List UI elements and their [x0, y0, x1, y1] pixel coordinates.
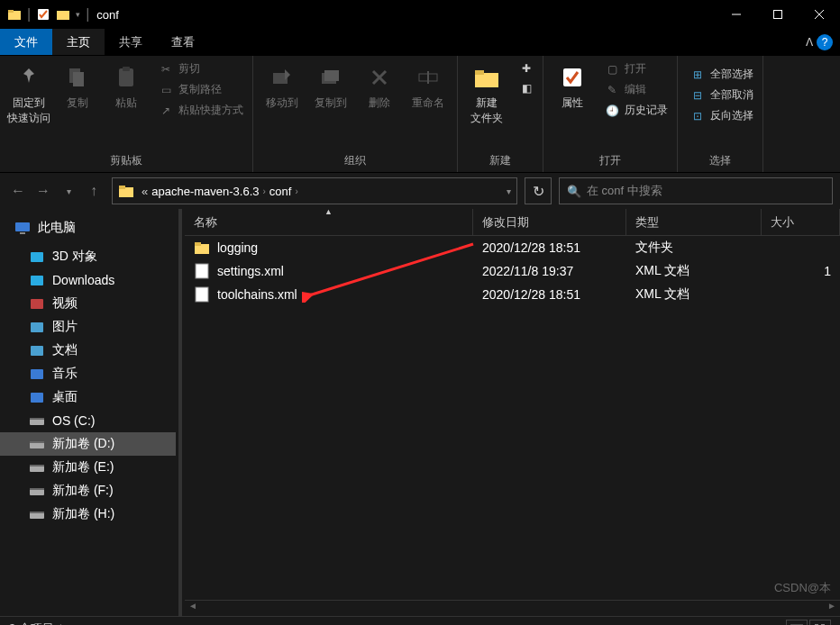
sidebar-item[interactable]: 文档: [0, 339, 176, 362]
icons-view-button[interactable]: [809, 620, 831, 626]
drive-icon: [29, 249, 45, 265]
col-name[interactable]: ▲名称: [185, 209, 473, 235]
navbar: ← → ▾ ↑ « apache-maven-3.6.3 › conf › ▾ …: [0, 173, 840, 209]
sidebar-item[interactable]: 新加卷 (D:): [0, 432, 176, 456]
clipboard-group-label: 剪贴板: [5, 151, 247, 170]
search-input[interactable]: 🔍 在 conf 中搜索: [559, 177, 833, 204]
pin-quickaccess-button[interactable]: 固定到 快速访问: [5, 59, 52, 130]
file-row[interactable]: settings.xml2022/11/8 19:37XML 文档1: [185, 259, 840, 283]
qat-new-icon[interactable]: [56, 7, 70, 22]
up-button[interactable]: ↑: [83, 180, 105, 202]
details-view-button[interactable]: [786, 620, 808, 626]
refresh-button[interactable]: ↻: [525, 177, 552, 204]
file-list[interactable]: logging2020/12/28 18:51文件夹settings.xml20…: [185, 236, 840, 600]
easyaccess-button[interactable]: ◧: [516, 79, 537, 97]
sidebar-root-label: 此电脑: [38, 220, 76, 236]
copyto-button[interactable]: 复制到: [307, 59, 354, 114]
col-size[interactable]: 大小: [762, 209, 840, 235]
chevron-right-icon[interactable]: ›: [295, 186, 297, 196]
sidebar-item[interactable]: 音乐: [0, 362, 176, 385]
sidebar-item[interactable]: 新加卷 (F:): [0, 479, 176, 503]
folder-icon: [7, 7, 22, 22]
newitem-button[interactable]: ✚: [516, 59, 537, 77]
file-row[interactable]: toolchains.xml2020/12/28 18:51XML 文档: [185, 283, 840, 306]
copy-button[interactable]: 复制: [54, 59, 101, 114]
minimize-button[interactable]: [716, 0, 757, 29]
selectnone-button[interactable]: ⊟全部取消: [687, 86, 757, 104]
back-button[interactable]: ←: [7, 180, 29, 202]
open-button[interactable]: ▢打开: [601, 59, 671, 78]
tab-home[interactable]: 主页: [52, 29, 105, 55]
splitter[interactable]: [176, 209, 185, 616]
edit-button[interactable]: ✎编辑: [601, 80, 671, 99]
moveto-button[interactable]: 移动到: [259, 59, 306, 114]
qat-dropdown-icon[interactable]: ▾: [76, 10, 80, 19]
svg-rect-27: [31, 276, 43, 285]
selectall-icon: ⊞: [690, 68, 705, 82]
selectall-label: 全部选择: [710, 67, 753, 82]
paste-shortcut-button[interactable]: ↗粘贴快捷方式: [155, 101, 247, 120]
breadcrumb-part1[interactable]: apache-maven-3.6.3: [151, 185, 259, 198]
chevron-right-icon[interactable]: ›: [262, 186, 265, 196]
sidebar-item[interactable]: 桌面: [0, 385, 176, 409]
sidebar-this-pc[interactable]: 此电脑: [0, 216, 176, 240]
horizontal-scrollbar[interactable]: [185, 600, 840, 616]
folder-icon: [118, 184, 134, 198]
delete-button[interactable]: 删除: [356, 59, 403, 114]
svg-rect-14: [324, 70, 339, 81]
recent-dropdown[interactable]: ▾: [58, 180, 79, 202]
col-date[interactable]: 修改日期: [473, 209, 626, 235]
selectall-button[interactable]: ⊞全部选择: [687, 65, 757, 84]
sort-asc-icon: ▲: [324, 207, 333, 216]
open-group-label: 打开: [549, 151, 671, 170]
column-headers: ▲名称 修改日期 类型 大小: [185, 209, 840, 236]
sidebar-item[interactable]: Downloads: [0, 268, 176, 292]
newfolder-button[interactable]: 新建 文件夹: [463, 59, 510, 130]
file-size: 1: [762, 264, 840, 278]
paste-label: 粘贴: [115, 95, 137, 111]
qat-props-icon[interactable]: [36, 7, 50, 22]
sidebar-item[interactable]: OS (C:): [0, 409, 176, 432]
ribbon-collapse-icon[interactable]: ᐱ: [806, 36, 813, 49]
cut-button[interactable]: ✂剪切: [155, 59, 247, 78]
file-name: settings.xml: [217, 264, 284, 278]
search-icon: 🔍: [567, 185, 581, 198]
drive-icon: [29, 366, 45, 382]
svg-rect-42: [30, 512, 44, 513]
svg-rect-3: [57, 11, 69, 20]
breadcrumb[interactable]: « apache-maven-3.6.3 › conf › ▾: [112, 177, 517, 204]
sidebar-item[interactable]: 新加卷 (E:): [0, 456, 176, 479]
copypath-button[interactable]: ▭复制路径: [155, 80, 247, 99]
forward-button[interactable]: →: [32, 180, 54, 202]
tab-view[interactable]: 查看: [157, 29, 209, 55]
properties-button[interactable]: 属性: [549, 59, 596, 114]
maximize-button[interactable]: [757, 0, 799, 29]
sidebar-item[interactable]: 视频: [0, 292, 176, 315]
paste-button[interactable]: 粘贴: [103, 59, 150, 114]
rename-button[interactable]: 重命名: [405, 59, 452, 114]
sidebar-item[interactable]: 新加卷 (H:): [0, 503, 176, 526]
sidebar-item[interactable]: 图片: [0, 315, 176, 339]
file-date: 2020/12/28 18:51: [473, 287, 626, 302]
history-button[interactable]: 🕘历史记录: [601, 101, 671, 120]
rename-icon: [414, 63, 443, 92]
invertsel-button[interactable]: ⊡反向选择: [687, 106, 757, 125]
col-type[interactable]: 类型: [626, 209, 762, 235]
titlebar: | ▾ | conf: [0, 0, 840, 29]
svg-rect-24: [15, 222, 30, 231]
statusbar: 3 个项目 |: [0, 616, 840, 625]
easyaccess-icon: ◧: [519, 81, 534, 95]
status-text: 3 个项目: [9, 620, 54, 626]
breadcrumb-part2[interactable]: conf: [269, 185, 292, 198]
breadcrumb-dropdown-icon[interactable]: ▾: [507, 186, 511, 196]
status-divider: |: [59, 621, 62, 625]
file-icon: [194, 263, 210, 279]
close-button[interactable]: [799, 0, 840, 29]
help-icon[interactable]: ?: [817, 34, 833, 50]
breadcrumb-overflow[interactable]: «: [142, 185, 148, 198]
drive-icon: [29, 319, 45, 335]
tab-share[interactable]: 共享: [105, 29, 157, 55]
sidebar-item[interactable]: 3D 对象: [0, 245, 176, 268]
tab-file[interactable]: 文件: [0, 29, 52, 55]
file-row[interactable]: logging2020/12/28 18:51文件夹: [185, 236, 840, 259]
